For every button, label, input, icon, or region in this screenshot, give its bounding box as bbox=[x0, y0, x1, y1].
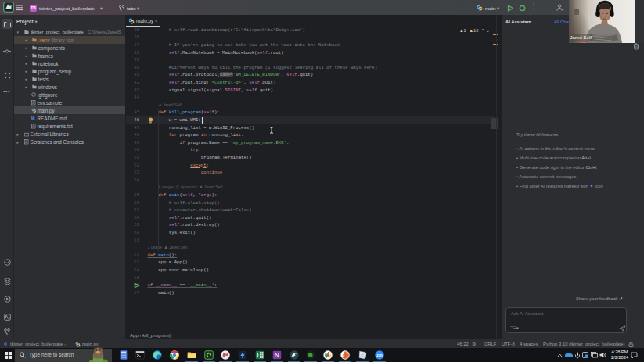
svg-text:Jared Self: Jared Self bbox=[570, 34, 592, 40]
svg-text:zm: zm bbox=[376, 353, 383, 357]
